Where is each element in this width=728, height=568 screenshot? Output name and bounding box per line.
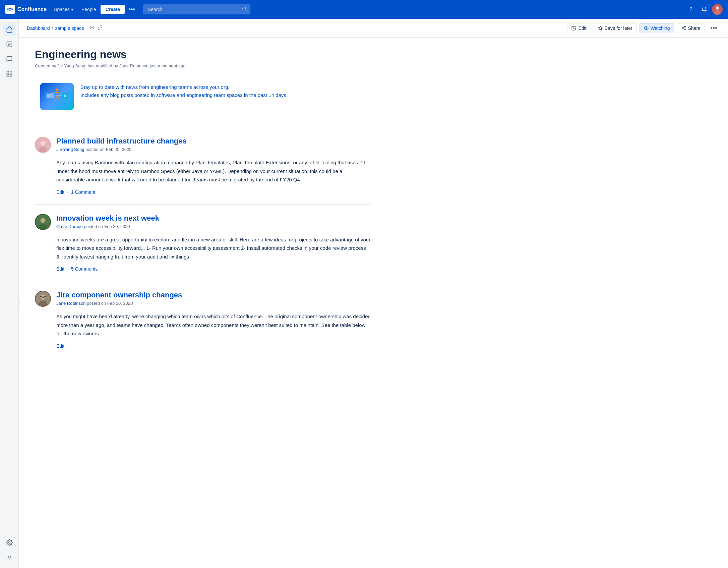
create-label: Create (105, 7, 120, 12)
post-edit-link[interactable]: Edit (56, 189, 64, 195)
post-date: Feb 20, 2020 (107, 301, 133, 306)
notifications-button[interactable] (699, 4, 710, 15)
share-label: Share (688, 25, 701, 31)
post-actions: Edit · 5 Comments (35, 266, 371, 272)
post-header: Innovation week is next week Omar Darboe… (35, 214, 371, 230)
post-body: Any teams using Bamboo with plan configu… (35, 158, 371, 184)
post-author-line: Omar Darboe posted on Feb 20, 2020 (56, 224, 159, 229)
svg-line-31 (57, 96, 59, 99)
svg-point-37 (39, 224, 47, 230)
banner-text: Stay up to date with news from engineeri… (80, 83, 288, 99)
confluence-logo-icon (5, 5, 15, 14)
help-button[interactable]: ? (685, 4, 696, 15)
info-banner: Stay up to date with news from engineeri… (35, 78, 371, 115)
svg-point-2 (716, 6, 719, 10)
avatar (35, 137, 51, 153)
breadcrumb-watch-icon[interactable] (89, 24, 95, 32)
page-toolbar: Dashboard / sample space Edit (19, 19, 728, 38)
sidebar-item-blog[interactable] (3, 52, 16, 66)
post-actions: Edit (35, 343, 371, 349)
post-date: Feb 20, 2020 (104, 224, 130, 229)
svg-point-34 (39, 147, 47, 153)
post-comments-link[interactable]: 5 Comments (71, 266, 98, 272)
list-item: Innovation week is next week Omar Darboe… (35, 205, 371, 282)
svg-rect-8 (7, 71, 9, 73)
svg-point-18 (684, 29, 685, 30)
svg-point-26 (64, 95, 66, 97)
spaces-nav-button[interactable]: Spaces ▾ (51, 5, 77, 14)
breadcrumb-space[interactable]: sample space (55, 25, 84, 31)
svg-marker-14 (598, 26, 602, 30)
svg-rect-22 (47, 94, 50, 98)
post-edit-link[interactable]: Edit (56, 343, 64, 349)
svg-rect-10 (10, 74, 12, 76)
banner-line2: Includes any blog posts posted in softwa… (80, 91, 288, 99)
avatar (35, 291, 51, 307)
main-content: Engineering news Created by Jie Yang Son… (19, 38, 387, 369)
people-nav-button[interactable]: People (78, 5, 100, 14)
people-label: People (81, 7, 96, 12)
svg-point-17 (682, 27, 683, 29)
post-date: Feb 20, 2020 (106, 147, 132, 152)
user-avatar[interactable] (712, 4, 723, 15)
list-item: Planned build infrastructure changes Jie… (35, 127, 371, 205)
banner-image (40, 83, 74, 110)
breadcrumb-dashboard[interactable]: Dashboard (27, 25, 50, 31)
create-button[interactable]: Create (101, 5, 125, 14)
svg-rect-11 (7, 74, 9, 76)
save-for-later-button[interactable]: Save for later (594, 23, 637, 33)
post-author-line: Jane Rotanson posted on Feb 20, 2020 (56, 301, 182, 306)
save-for-later-label: Save for later (605, 25, 632, 31)
post-info: Planned build infrastructure changes Jie… (56, 137, 187, 152)
watching-label: Watching (651, 25, 670, 31)
svg-point-40 (39, 301, 47, 307)
sidebar-item-space-directory[interactable] (3, 67, 16, 80)
post-edit-link[interactable]: Edit (56, 266, 64, 272)
post-author-link[interactable]: Jane Rotanson (56, 301, 85, 306)
more-nav-button[interactable]: ••• (126, 5, 138, 14)
top-navigation: Confluence Spaces ▾ People Create ••• ? (0, 0, 728, 19)
app-logo[interactable]: Confluence (5, 5, 47, 14)
post-header: Jira component ownership changes Jane Ro… (35, 291, 371, 307)
breadcrumb-icon-group (89, 24, 103, 32)
post-title[interactable]: Jira component ownership changes (56, 291, 182, 299)
sidebar-item-pages[interactable] (3, 38, 16, 51)
post-comments-link[interactable]: 1 Comment (71, 189, 95, 195)
svg-point-27 (56, 89, 58, 91)
page-meta: Created by Jie Yang Song, last modified … (35, 63, 371, 68)
app-name-label: Confluence (17, 6, 47, 12)
breadcrumb-link-icon[interactable] (97, 24, 103, 32)
post-body: As you might have heard already, we're c… (35, 312, 371, 338)
toolbar-actions: Edit Save for later Watching Share ••• (567, 23, 720, 33)
spaces-label: Spaces (54, 7, 70, 12)
svg-line-19 (683, 28, 684, 29)
banner-line1: Stay up to date with news from engineeri… (80, 83, 288, 91)
svg-line-20 (683, 27, 684, 27)
post-title[interactable]: Innovation week is next week (56, 214, 159, 223)
more-actions-button[interactable]: ••• (708, 23, 720, 33)
svg-point-36 (41, 218, 46, 223)
watching-button[interactable]: Watching (640, 23, 674, 33)
search-input[interactable] (143, 4, 250, 14)
edit-label: Edit (578, 25, 586, 31)
page-title: Engineering news (35, 48, 371, 61)
list-item: Jira component ownership changes Jane Ro… (35, 281, 371, 358)
post-info: Innovation week is next week Omar Darboe… (56, 214, 159, 229)
edit-button[interactable]: Edit (567, 23, 591, 33)
share-button[interactable]: Share (677, 23, 705, 33)
posts-list: Planned build infrastructure changes Jie… (35, 127, 371, 358)
sidebar-item-home[interactable] (3, 23, 16, 36)
post-author-link[interactable]: Jie Yang Song (56, 147, 84, 152)
svg-rect-9 (10, 71, 12, 73)
breadcrumb: Dashboard / sample space (27, 24, 567, 32)
chevron-down-icon: ▾ (71, 7, 73, 12)
svg-line-30 (55, 96, 57, 99)
svg-point-33 (41, 141, 46, 146)
svg-rect-23 (50, 93, 54, 98)
post-actions: Edit · 1 Comment (35, 189, 371, 195)
post-title[interactable]: Planned build infrastructure changes (56, 137, 187, 146)
post-body: Innovation weeks are a great opportunity… (35, 235, 371, 261)
post-header: Planned build infrastructure changes Jie… (35, 137, 371, 153)
post-author-link[interactable]: Omar Darboe (56, 224, 83, 229)
svg-point-13 (91, 27, 93, 28)
